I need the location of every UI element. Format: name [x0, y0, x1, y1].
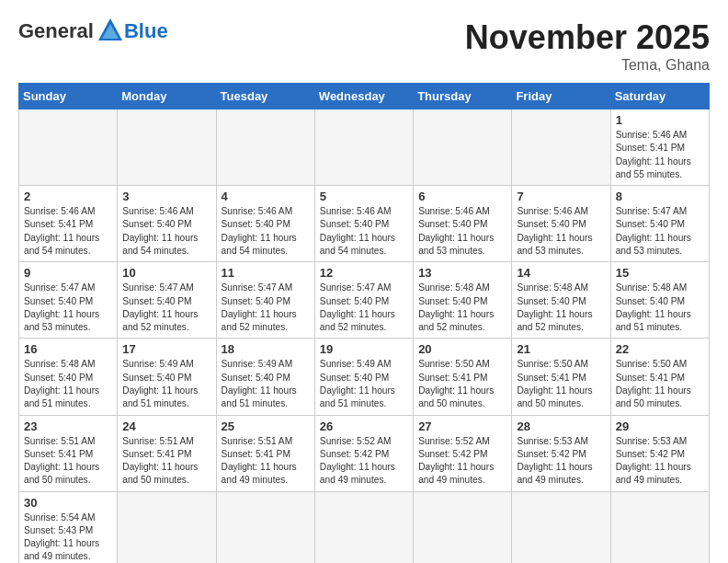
logo: General Blue [18, 18, 168, 44]
day-info: Sunrise: 5:47 AM Sunset: 5:40 PM Dayligh… [616, 205, 704, 258]
calendar-cell: 5Sunrise: 5:46 AM Sunset: 5:40 PM Daylig… [314, 186, 413, 262]
month-title: November 2025 [465, 18, 710, 57]
calendar-cell: 14Sunrise: 5:48 AM Sunset: 5:40 PM Dayli… [512, 262, 610, 339]
day-number: 7 [517, 190, 605, 203]
day-info: Sunrise: 5:46 AM Sunset: 5:40 PM Dayligh… [517, 205, 605, 258]
calendar-cell [216, 491, 314, 563]
day-info: Sunrise: 5:47 AM Sunset: 5:40 PM Dayligh… [320, 282, 408, 334]
weekday-header-sunday: Sunday [19, 84, 118, 109]
day-info: Sunrise: 5:46 AM Sunset: 5:40 PM Dayligh… [320, 205, 408, 258]
calendar-cell: 13Sunrise: 5:48 AM Sunset: 5:40 PM Dayli… [414, 262, 512, 339]
day-info: Sunrise: 5:52 AM Sunset: 5:42 PM Dayligh… [418, 435, 506, 488]
logo-general: General [18, 19, 94, 43]
day-info: Sunrise: 5:53 AM Sunset: 5:42 PM Dayligh… [616, 435, 704, 488]
calendar-week-1: 1Sunrise: 5:46 AM Sunset: 5:41 PM Daylig… [19, 109, 710, 186]
calendar-week-3: 9Sunrise: 5:47 AM Sunset: 5:40 PM Daylig… [19, 262, 710, 339]
day-number: 8 [616, 190, 704, 203]
calendar-cell: 15Sunrise: 5:48 AM Sunset: 5:40 PM Dayli… [610, 262, 709, 339]
day-number: 18 [222, 342, 310, 356]
calendar-cell: 25Sunrise: 5:51 AM Sunset: 5:41 PM Dayli… [216, 415, 314, 491]
day-number: 10 [122, 266, 210, 280]
calendar-cell: 9Sunrise: 5:47 AM Sunset: 5:40 PM Daylig… [19, 262, 118, 339]
calendar-cell: 8Sunrise: 5:47 AM Sunset: 5:40 PM Daylig… [610, 186, 709, 262]
day-info: Sunrise: 5:48 AM Sunset: 5:40 PM Dayligh… [616, 282, 704, 334]
day-info: Sunrise: 5:51 AM Sunset: 5:41 PM Dayligh… [24, 435, 112, 488]
weekday-header-wednesday: Wednesday [314, 84, 413, 109]
calendar-cell: 17Sunrise: 5:49 AM Sunset: 5:40 PM Dayli… [118, 339, 216, 415]
day-info: Sunrise: 5:47 AM Sunset: 5:40 PM Dayligh… [24, 282, 112, 334]
day-info: Sunrise: 5:50 AM Sunset: 5:41 PM Dayligh… [517, 358, 605, 410]
day-info: Sunrise: 5:47 AM Sunset: 5:40 PM Dayligh… [222, 282, 310, 334]
calendar-cell: 6Sunrise: 5:46 AM Sunset: 5:40 PM Daylig… [414, 186, 512, 262]
day-info: Sunrise: 5:47 AM Sunset: 5:40 PM Dayligh… [122, 282, 210, 334]
calendar-cell [118, 491, 216, 563]
day-info: Sunrise: 5:53 AM Sunset: 5:42 PM Dayligh… [517, 435, 605, 488]
weekday-header-monday: Monday [118, 84, 216, 109]
day-info: Sunrise: 5:48 AM Sunset: 5:40 PM Dayligh… [517, 282, 605, 334]
day-number: 15 [616, 266, 704, 280]
weekday-header-tuesday: Tuesday [216, 84, 314, 109]
calendar-cell: 21Sunrise: 5:50 AM Sunset: 5:41 PM Dayli… [512, 339, 610, 415]
day-info: Sunrise: 5:49 AM Sunset: 5:40 PM Dayligh… [222, 358, 310, 410]
calendar-cell [314, 109, 413, 186]
calendar-week-2: 2Sunrise: 5:46 AM Sunset: 5:41 PM Daylig… [19, 186, 710, 262]
day-number: 6 [418, 190, 506, 203]
weekday-header-friday: Friday [512, 84, 610, 109]
calendar-cell: 29Sunrise: 5:53 AM Sunset: 5:42 PM Dayli… [610, 415, 709, 491]
day-number: 17 [122, 342, 210, 356]
calendar-cell: 1Sunrise: 5:46 AM Sunset: 5:41 PM Daylig… [610, 109, 709, 186]
calendar-cell [512, 491, 610, 563]
calendar-cell: 23Sunrise: 5:51 AM Sunset: 5:41 PM Dayli… [19, 415, 118, 491]
weekday-header-row: SundayMondayTuesdayWednesdayThursdayFrid… [19, 84, 710, 109]
calendar-cell: 10Sunrise: 5:47 AM Sunset: 5:40 PM Dayli… [118, 262, 216, 339]
day-number: 19 [320, 342, 408, 356]
calendar-cell: 2Sunrise: 5:46 AM Sunset: 5:41 PM Daylig… [19, 186, 118, 262]
day-info: Sunrise: 5:51 AM Sunset: 5:41 PM Dayligh… [222, 435, 310, 488]
day-number: 20 [418, 342, 506, 356]
calendar-cell [610, 491, 709, 563]
day-number: 9 [24, 266, 112, 280]
calendar-cell: 20Sunrise: 5:50 AM Sunset: 5:41 PM Dayli… [414, 339, 512, 415]
day-number: 23 [24, 419, 112, 433]
calendar-week-6: 30Sunrise: 5:54 AM Sunset: 5:43 PM Dayli… [19, 491, 710, 563]
calendar-cell: 16Sunrise: 5:48 AM Sunset: 5:40 PM Dayli… [19, 339, 118, 415]
day-info: Sunrise: 5:49 AM Sunset: 5:40 PM Dayligh… [122, 358, 210, 410]
day-info: Sunrise: 5:46 AM Sunset: 5:41 PM Dayligh… [616, 129, 704, 181]
calendar-cell: 11Sunrise: 5:47 AM Sunset: 5:40 PM Dayli… [216, 262, 314, 339]
calendar-cell: 19Sunrise: 5:49 AM Sunset: 5:40 PM Dayli… [314, 339, 413, 415]
day-info: Sunrise: 5:49 AM Sunset: 5:40 PM Dayligh… [320, 358, 408, 410]
day-number: 21 [517, 342, 605, 356]
weekday-header-saturday: Saturday [610, 84, 709, 109]
day-number: 1 [616, 113, 704, 127]
day-number: 16 [24, 342, 112, 356]
calendar-cell [414, 491, 512, 563]
weekday-header-thursday: Thursday [414, 84, 512, 109]
day-number: 5 [320, 190, 408, 203]
day-number: 30 [24, 496, 112, 510]
calendar-week-5: 23Sunrise: 5:51 AM Sunset: 5:41 PM Dayli… [19, 415, 710, 491]
calendar-cell: 4Sunrise: 5:46 AM Sunset: 5:40 PM Daylig… [216, 186, 314, 262]
calendar-cell [512, 109, 610, 186]
calendar-cell: 30Sunrise: 5:54 AM Sunset: 5:43 PM Dayli… [19, 491, 118, 563]
day-number: 2 [24, 190, 112, 203]
day-number: 12 [320, 266, 408, 280]
day-info: Sunrise: 5:50 AM Sunset: 5:41 PM Dayligh… [418, 358, 506, 410]
page-header: General Blue November 2025 Tema, Ghana [18, 18, 710, 74]
day-number: 25 [222, 419, 310, 433]
location-title: Tema, Ghana [465, 57, 710, 74]
day-number: 22 [616, 342, 704, 356]
day-info: Sunrise: 5:54 AM Sunset: 5:43 PM Dayligh… [24, 511, 112, 563]
calendar-cell: 26Sunrise: 5:52 AM Sunset: 5:42 PM Dayli… [314, 415, 413, 491]
day-number: 3 [122, 190, 210, 203]
day-number: 14 [517, 266, 605, 280]
day-number: 13 [418, 266, 506, 280]
day-number: 26 [320, 419, 408, 433]
day-number: 28 [517, 419, 605, 433]
calendar-cell [19, 109, 118, 186]
calendar-cell: 12Sunrise: 5:47 AM Sunset: 5:40 PM Dayli… [314, 262, 413, 339]
calendar-cell: 22Sunrise: 5:50 AM Sunset: 5:41 PM Dayli… [610, 339, 709, 415]
day-number: 27 [418, 419, 506, 433]
day-info: Sunrise: 5:48 AM Sunset: 5:40 PM Dayligh… [418, 282, 506, 334]
calendar-table: SundayMondayTuesdayWednesdayThursdayFrid… [18, 83, 710, 563]
day-info: Sunrise: 5:51 AM Sunset: 5:41 PM Dayligh… [122, 435, 210, 488]
